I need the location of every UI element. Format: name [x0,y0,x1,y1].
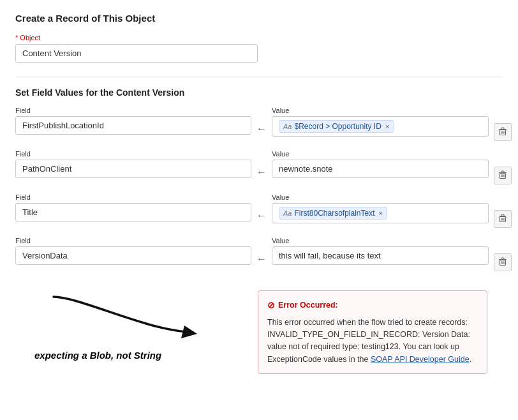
section-title: Set Field Values for the Content Version [15,87,503,98]
field-row: Field←Value [15,237,503,271]
trash-icon-3 [498,257,507,268]
field-input-3[interactable] [15,246,251,265]
bottom-section: expecting a Blob, not String ⊘ Error Occ… [15,290,503,374]
field-input-2[interactable] [15,203,251,221]
field-row: Field←ValueAaFirst80CharsofplainText× [15,193,503,228]
object-input[interactable] [15,44,258,63]
tag-close-2[interactable]: × [379,209,383,217]
field-row: Field←Value [15,150,503,184]
error-body: This error occurred when the flow tried … [267,317,478,366]
value-group-0: ValueAa$Record > Opportunity ID× [272,107,489,137]
value-group-1: Value [272,150,489,178]
delete-button-3[interactable] [494,253,512,271]
value-tag-box-2[interactable]: AaFirst80CharsofplainText× [272,203,489,223]
arrow-icon-0: ← [256,123,267,135]
trash-icon-2 [498,214,507,225]
value-tag-2: AaFirst80CharsofplainText× [279,207,387,220]
section-divider [15,77,503,77]
error-icon: ⊘ [267,299,275,313]
delete-button-1[interactable] [494,167,512,184]
field-label-2: Field [15,193,251,201]
field-input-1[interactable] [15,160,251,178]
value-label-2: Value [272,193,489,201]
value-tag-0: Aa$Record > Opportunity ID× [279,120,394,133]
error-box: ⊘ Error Occurred: This error occurred wh… [258,290,487,374]
arrow-icon-3: ← [256,253,267,265]
arrow-annotation: expecting a Blob, not String [15,290,258,367]
delete-button-2[interactable] [494,210,512,228]
field-input-0[interactable] [15,116,251,135]
field-label-0: Field [15,107,251,114]
tag-text-2: First80CharsofplainText [294,209,374,218]
field-label-3: Field [15,237,251,244]
arrow-svg [41,290,207,341]
value-tag-box-0[interactable]: Aa$Record > Opportunity ID× [272,116,489,137]
value-group-2: ValueAaFirst80CharsofplainText× [272,193,489,223]
tag-text-0: $Record > Opportunity ID [294,122,381,131]
arrow-icon-1: ← [256,167,267,178]
error-link[interactable]: SOAP API Developer Guide [371,355,470,364]
delete-button-0[interactable] [494,123,512,141]
value-text-input-3[interactable] [272,246,489,265]
field-rows-container: Field←ValueAa$Record > Opportunity ID×Fi… [15,107,503,271]
tag-close-0[interactable]: × [385,123,389,130]
field-group-1: Field [15,150,251,178]
error-title: ⊘ Error Occurred: [267,299,478,313]
value-text-input-1[interactable] [272,160,489,178]
value-label-1: Value [272,150,489,158]
object-label: Object [15,34,503,41]
value-label-3: Value [272,237,489,244]
arrow-icon-2: ← [256,210,267,221]
svg-marker-20 [181,326,197,338]
value-label-0: Value [272,107,489,114]
annotation-area: expecting a Blob, not String [15,290,258,367]
field-row: Field←ValueAa$Record > Opportunity ID× [15,107,503,141]
field-group-2: Field [15,193,251,221]
field-group-0: Field [15,107,251,135]
field-label-1: Field [15,150,251,158]
value-group-3: Value [272,237,489,265]
field-group-3: Field [15,237,251,265]
page-title: Create a Record of This Object [15,13,503,24]
trash-icon-1 [498,170,507,181]
annotation-text: expecting a Blob, not String [34,350,161,361]
trash-icon-0 [498,127,507,138]
